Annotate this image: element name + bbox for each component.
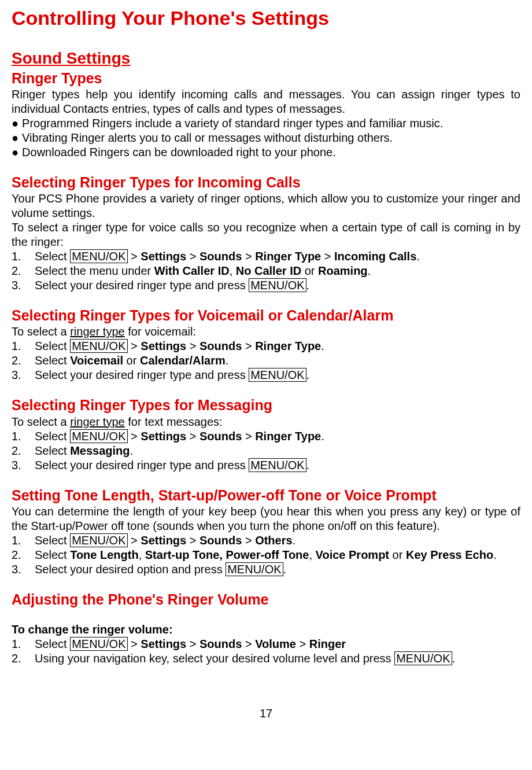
list-item: 2. Select Voicemail or Calendar/Alarm.: [12, 353, 520, 368]
list-item: 1. Select MENU/OK > Settings > Sounds > …: [12, 637, 520, 651]
list-item: 1. Select MENU/OK > Settings > Sounds > …: [12, 339, 520, 353]
bullet-item: ● Downloaded Ringers can be downloaded r…: [12, 145, 520, 160]
bullet-icon: ●: [12, 116, 19, 130]
list-number: 3.: [12, 368, 35, 382]
volume-heading: Adjusting the Phone's Ringer Volume: [12, 591, 520, 609]
list-text: Select MENU/OK > Settings > Sounds > Rin…: [35, 339, 520, 353]
bullet-item: ● Vibrating Ringer alerts you to call or…: [12, 131, 520, 145]
sound-settings-heading: Sound Settings: [12, 48, 520, 68]
menu-key: MENU/OK: [70, 533, 127, 547]
list-item: 1. Select MENU/OK > Settings > Sounds > …: [12, 533, 520, 548]
messaging-heading: Selecting Ringer Types for Messaging: [12, 396, 520, 414]
menu-key: MENU/OK: [249, 368, 306, 382]
menu-key: MENU/OK: [70, 339, 127, 353]
list-number: 2.: [12, 264, 35, 278]
list-number: 2.: [12, 651, 35, 666]
list-text: Select MENU/OK > Settings > Sounds > Oth…: [35, 533, 520, 548]
list-item: 3. Select your desired option and press …: [12, 562, 520, 577]
list-number: 3.: [12, 278, 35, 293]
menu-key: MENU/OK: [70, 429, 127, 443]
list-number: 1.: [12, 429, 35, 444]
list-item: 3. Select your desired ringer type and p…: [12, 368, 520, 382]
list-text: Select your desired option and press MEN…: [35, 562, 520, 577]
voicemail-heading: Selecting Ringer Types for Voicemail or …: [12, 307, 520, 325]
menu-key: MENU/OK: [394, 651, 452, 665]
list-item: 3. Select your desired ringer type and p…: [12, 278, 520, 293]
bullet-item: ● Programmed Ringers include a variety o…: [12, 116, 520, 131]
list-item: 2. Select the menu under With Caller ID,…: [12, 264, 520, 278]
list-text: Select Tone Length, Start-up Tone, Power…: [35, 548, 520, 562]
tone-intro: You can determine the length of your key…: [12, 504, 520, 533]
list-item: 2. Using your navigation key, select you…: [12, 651, 520, 666]
list-number: 2.: [12, 444, 35, 458]
list-text: Using your navigation key, select your d…: [35, 651, 520, 666]
list-text: Select Messaging.: [35, 444, 520, 458]
list-item: 2. Select Messaging.: [12, 444, 520, 458]
volume-sub: To change the ringer volume:: [12, 622, 520, 637]
list-number: 3.: [12, 562, 35, 577]
list-number: 1.: [12, 637, 35, 651]
list-text: Select Voicemail or Calendar/Alarm.: [35, 353, 520, 368]
list-number: 1.: [12, 249, 35, 264]
menu-key: MENU/OK: [249, 278, 306, 292]
list-item: 2. Select Tone Length, Start-up Tone, Po…: [12, 548, 520, 562]
bullet-text: Downloaded Ringers can be downloaded rig…: [22, 145, 520, 160]
voicemail-intro: To select a ringer type for voicemail:: [12, 325, 520, 339]
bullet-icon: ●: [12, 145, 19, 159]
list-text: Select your desired ringer type and pres…: [35, 278, 520, 293]
incoming-calls-p1: Your PCS Phone provides a variety of rin…: [12, 191, 520, 220]
menu-key: MENU/OK: [70, 249, 127, 263]
bullet-text: Programmed Ringers include a variety of …: [22, 116, 520, 131]
incoming-calls-heading: Selecting Ringer Types for Incoming Call…: [12, 174, 520, 191]
list-number: 1.: [12, 533, 35, 548]
list-number: 2.: [12, 548, 35, 562]
messaging-intro: To select a ringer type for text message…: [12, 415, 520, 429]
list-item: 1. Select MENU/OK > Settings > Sounds > …: [12, 249, 520, 264]
list-number: 2.: [12, 353, 35, 368]
list-number: 3.: [12, 458, 35, 473]
page-title: Controlling Your Phone's Settings: [12, 6, 520, 31]
list-text: Select your desired ringer type and pres…: [35, 368, 520, 382]
menu-key: MENU/OK: [249, 458, 306, 472]
bullet-icon: ●: [12, 131, 19, 145]
list-text: Select the menu under With Caller ID, No…: [35, 264, 520, 278]
list-text: Select MENU/OK > Settings > Sounds > Rin…: [35, 249, 520, 264]
list-text: Select MENU/OK > Settings > Sounds > Vol…: [35, 637, 520, 651]
list-item: 3. Select your desired ringer type and p…: [12, 458, 520, 473]
page-number: 17: [12, 706, 520, 721]
menu-key: MENU/OK: [70, 637, 127, 651]
list-number: 1.: [12, 339, 35, 353]
menu-key: MENU/OK: [226, 562, 283, 576]
incoming-calls-p2: To select a ringer type for voice calls …: [12, 220, 520, 249]
list-item: 1. Select MENU/OK > Settings > Sounds > …: [12, 429, 520, 444]
bullet-text: Vibrating Ringer alerts you to call or m…: [22, 131, 520, 145]
tone-heading: Setting Tone Length, Start-up/Power-off …: [12, 487, 520, 504]
ringer-types-intro: Ringer types help you identify incoming …: [12, 87, 520, 116]
ringer-types-heading: Ringer Types: [12, 69, 520, 87]
list-text: Select your desired ringer type and pres…: [35, 458, 520, 473]
list-text: Select MENU/OK > Settings > Sounds > Rin…: [35, 429, 520, 444]
